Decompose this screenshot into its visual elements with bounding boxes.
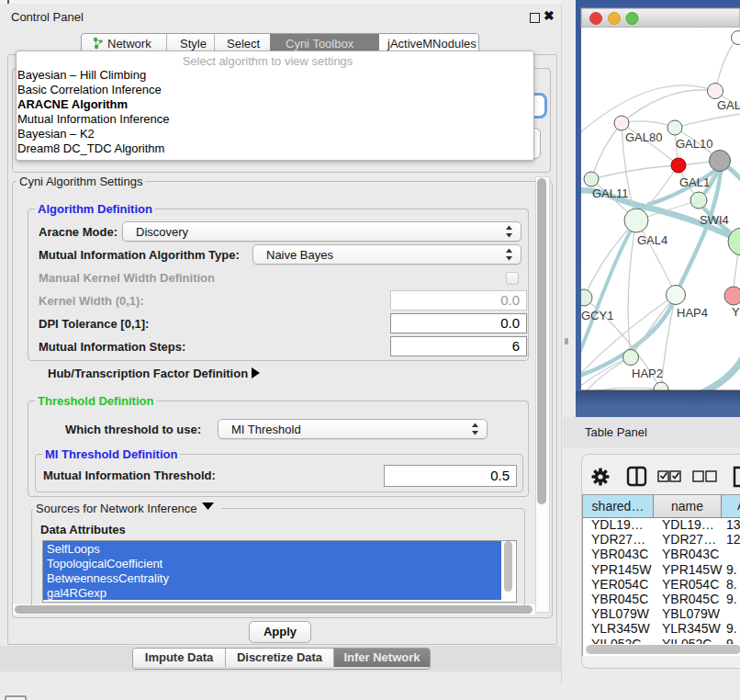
svg-text:GAL80: GAL80	[625, 130, 662, 144]
svg-text:SWI4: SWI4	[700, 213, 729, 227]
svg-text:GAL10: GAL10	[676, 137, 712, 151]
svg-text:GAL8: GAL8	[717, 98, 740, 112]
svg-text:HAP4: HAP4	[677, 306, 708, 320]
svg-text:HAP2: HAP2	[632, 367, 663, 380]
svg-text:Y: Y	[732, 305, 740, 319]
svg-text:GAL11: GAL11	[592, 186, 629, 200]
svg-text:GAL1: GAL1	[679, 175, 710, 189]
svg-text:GAL4: GAL4	[637, 233, 667, 247]
svg-text:GCY1: GCY1	[581, 309, 613, 322]
